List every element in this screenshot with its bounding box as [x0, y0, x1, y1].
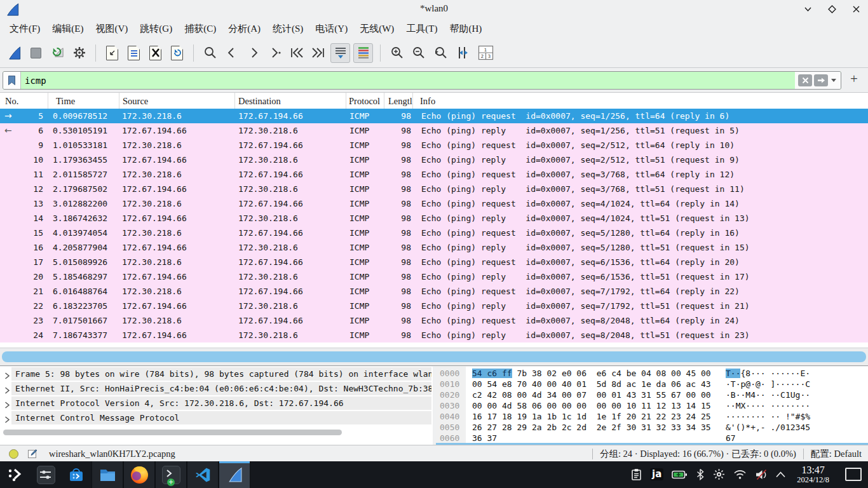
hex-row[interactable]: 000054 c6 ff 7b 38 02 e0 06 e6 c4 be 04 …	[436, 368, 868, 379]
hex-row[interactable]: 006036 3767	[436, 433, 868, 444]
battery-tray-icon[interactable]	[672, 470, 688, 480]
clipboard-tray-icon[interactable]	[631, 468, 642, 480]
expert-info-icon[interactable]	[9, 449, 18, 459]
packet-row[interactable]: 91.010533181172.30.218.6172.67.194.66ICM…	[0, 138, 868, 152]
bluetooth-tray-icon[interactable]	[696, 468, 705, 480]
show-desktop-button[interactable]	[845, 468, 862, 481]
packet-row[interactable]: 143.186742632172.67.194.66172.30.218.6IC…	[0, 211, 868, 226]
find-packet-button[interactable]	[201, 44, 219, 62]
packet-row[interactable]: 205.185468297172.67.194.66172.30.218.6IC…	[0, 269, 868, 284]
taskbar-clock[interactable]: 13:47 2024/12/8	[797, 465, 829, 484]
column-header[interactable]: No.	[0, 93, 48, 109]
column-header[interactable]: Lengtl	[384, 93, 413, 109]
detail-hscrollbar-thumb[interactable]	[3, 430, 342, 435]
packet-row[interactable]: 216.016488764172.30.218.6172.67.194.66IC…	[0, 284, 868, 299]
column-header[interactable]: Source	[119, 93, 235, 109]
packet-row[interactable]: 226.183223705172.67.194.66172.30.218.6IC…	[0, 299, 868, 313]
menu-item[interactable]: 工具(T)	[404, 22, 439, 36]
hex-row[interactable]: 004016 17 18 19 1a 1b 1c 1d 1e 1f 20 21 …	[436, 411, 868, 422]
detail-tree-row[interactable]: Ethernet II, Src: HonHaiPrecis_c4:be:04 …	[0, 381, 433, 396]
menu-item[interactable]: 文件(F)	[8, 22, 42, 36]
add-filter-button[interactable]: +	[846, 71, 862, 87]
detail-tree-row[interactable]: Internet Control Message Protocol	[0, 410, 433, 425]
zoom-reset-button[interactable]	[431, 44, 449, 62]
column-header[interactable]: Time	[48, 93, 119, 109]
detail-tree-row[interactable]: Internet Protocol Version 4, Src: 172.30…	[0, 396, 433, 410]
filter-bookmark-button[interactable]	[3, 72, 21, 89]
hex-row[interactable]: 003000 00 4d 58 06 00 00 00 00 00 10 11 …	[436, 400, 868, 411]
profile-selector[interactable]: 配置: Default	[811, 448, 862, 460]
taskbar-wireshark[interactable]	[219, 461, 250, 488]
menu-item[interactable]: 无线(W)	[358, 22, 396, 36]
hex-row[interactable]: 0020c2 42 08 00 4d 34 00 07 00 01 43 31 …	[436, 390, 868, 400]
maximize-button[interactable]	[827, 4, 836, 13]
reload-file-button[interactable]	[168, 44, 186, 62]
capture-options-button[interactable]	[70, 44, 88, 62]
filter-dropdown-caret[interactable]	[831, 79, 836, 82]
zoom-in-button[interactable]	[388, 44, 406, 62]
close-button[interactable]	[851, 4, 860, 13]
menu-item[interactable]: 电话(Y)	[313, 22, 349, 36]
go-to-packet-button[interactable]	[266, 44, 284, 62]
menu-item[interactable]: 统计(S)	[271, 22, 305, 36]
tray-expand-chevron[interactable]	[775, 471, 786, 478]
save-file-button[interactable]	[125, 44, 143, 62]
stop-capture-button[interactable]	[27, 44, 45, 62]
hex-row[interactable]: 005026 27 28 29 2a 2b 2c 2d 2e 2f 30 31 …	[436, 422, 868, 433]
restart-capture-button[interactable]	[48, 44, 67, 62]
apply-filter-button[interactable]	[814, 74, 828, 86]
column-header[interactable]: Destination	[235, 93, 346, 109]
taskbar-app-launcher[interactable]	[0, 461, 31, 488]
scrollbar-thumb[interactable]	[2, 351, 866, 362]
packet-row[interactable]: 50.009678512172.30.218.6172.67.194.66ICM…	[0, 109, 868, 123]
auto-scroll-button[interactable]	[330, 43, 350, 63]
expand-chevron-icon[interactable]	[4, 370, 10, 377]
packet-row[interactable]: 175.015089926172.30.218.6172.67.194.66IC…	[0, 255, 868, 269]
hex-row[interactable]: 001000 54 e8 70 40 00 40 01 5d 8d ac 1e …	[436, 379, 868, 390]
column-layout-button[interactable]: 123	[477, 44, 495, 62]
taskbar-file-manager[interactable]	[92, 461, 123, 488]
expand-chevron-icon[interactable]	[4, 385, 10, 392]
packet-row[interactable]: 237.017501667172.30.218.6172.67.194.66IC…	[0, 313, 868, 328]
packet-row[interactable]: 164.205877904172.67.194.66172.30.218.6IC…	[0, 240, 868, 255]
first-packet-button[interactable]	[287, 44, 306, 62]
wifi-tray-icon[interactable]	[733, 469, 747, 480]
taskbar-firefox[interactable]	[123, 461, 155, 488]
packet-row[interactable]: 122.179687502172.67.194.66172.30.218.6IC…	[0, 182, 868, 196]
start-capture-button[interactable]	[5, 44, 24, 62]
minimize-button[interactable]	[803, 4, 812, 13]
filter-text[interactable]: icmp	[21, 76, 795, 86]
taskbar-vscode[interactable]	[187, 461, 219, 488]
packet-row[interactable]: 101.179363455172.67.194.66172.30.218.6IC…	[0, 152, 868, 167]
expand-chevron-icon[interactable]	[4, 400, 10, 407]
resize-columns-button[interactable]	[452, 44, 471, 62]
expand-chevron-icon[interactable]	[4, 414, 10, 421]
packet-list-hscrollbar[interactable]	[0, 348, 868, 366]
colorize-packets-button[interactable]	[353, 43, 373, 63]
open-file-button[interactable]	[103, 44, 121, 62]
column-header[interactable]: Info	[413, 93, 868, 109]
packet-row[interactable]: 154.013974054172.30.218.6172.67.194.66IC…	[0, 226, 868, 240]
volume-muted-tray-icon[interactable]	[755, 469, 767, 480]
menu-item[interactable]: 视图(V)	[94, 22, 130, 36]
menu-item[interactable]: 跳转(G)	[138, 22, 174, 36]
clear-filter-button[interactable]	[798, 74, 812, 86]
display-filter-input[interactable]: icmp	[3, 71, 841, 90]
capture-comment-icon[interactable]	[27, 449, 37, 459]
next-packet-button[interactable]	[244, 44, 262, 62]
packet-row[interactable]: 247.186743377172.67.194.66172.30.218.6IC…	[0, 328, 868, 342]
previous-packet-button[interactable]	[222, 44, 241, 62]
close-file-button[interactable]	[146, 44, 165, 62]
brightness-tray-icon[interactable]	[713, 468, 725, 480]
detail-tree-row[interactable]: Frame 5: 98 bytes on wire (784 bits), 98…	[0, 367, 433, 381]
packet-row[interactable]: 112.011585727172.30.218.6172.67.194.66IC…	[0, 167, 868, 182]
input-method-indicator[interactable]: ja	[650, 468, 663, 480]
packet-row[interactable]: 60.530105191172.67.194.66172.30.218.6ICM…	[0, 123, 868, 138]
menu-item[interactable]: 帮助(H)	[447, 22, 484, 36]
taskbar-terminal[interactable]: +	[155, 461, 187, 488]
menu-item[interactable]: 分析(A)	[226, 22, 262, 36]
last-packet-button[interactable]	[309, 44, 327, 62]
zoom-out-button[interactable]	[409, 44, 428, 62]
column-header[interactable]: Protocol	[346, 93, 384, 109]
taskbar-software-center[interactable]	[61, 461, 92, 488]
